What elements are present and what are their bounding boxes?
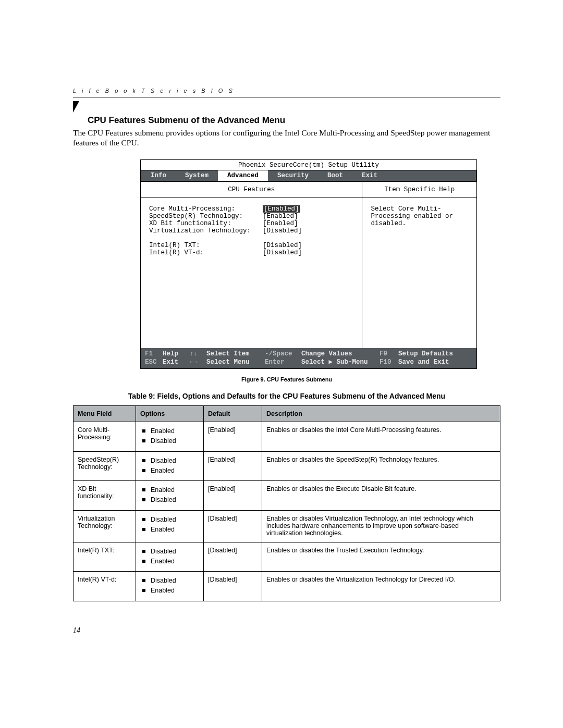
default-cell: [Enabled] xyxy=(204,422,262,452)
bios-panel: Phoenix SecureCore(tm) Setup Utility Inf… xyxy=(140,159,477,369)
corner-ornament xyxy=(73,101,79,113)
bios-option-label: SpeedStep(R) Technology: xyxy=(149,213,263,220)
bios-option-label: XD Bit functionality: xyxy=(149,220,263,227)
bios-option-label: Intel(R) TXT: xyxy=(149,242,263,249)
menu-field-cell: SpeedStep(R) Technology: xyxy=(74,451,136,481)
bios-menu-bar: InfoSystemAdvancedSecurityBootExit xyxy=(141,170,476,181)
bios-key-label: Select ▶ Sub-Menu xyxy=(301,358,380,366)
bios-footer: F1 Help ↑↓ Select Item -/Space Change Va… xyxy=(141,348,476,369)
bios-nav-label: Select Item xyxy=(206,350,265,358)
table-row: Core Multi-Processing:EnabledDisabled[En… xyxy=(74,422,500,452)
bios-key-f1: F1 xyxy=(145,350,163,358)
figure-caption: Figure 9. CPU Features Submenu xyxy=(73,376,500,382)
table-header-cell: Menu Field xyxy=(74,406,136,422)
description-cell: Enables or disables the Intel Core Multi… xyxy=(262,422,500,452)
bios-key-f10: F10 xyxy=(380,358,398,366)
option-item: Enabled xyxy=(149,557,199,566)
menu-field-cell: Intel(R) VT-d: xyxy=(74,572,136,601)
option-item: Enabled xyxy=(149,466,199,476)
option-item: Disabled xyxy=(149,547,199,557)
option-item: Disabled xyxy=(149,436,199,446)
bios-nav-keys: ↑↓ xyxy=(190,350,206,358)
bios-option-value: [Enabled] xyxy=(263,213,298,220)
options-cell: EnabledDisabled xyxy=(136,481,204,511)
bios-key-label: Setup Defaults xyxy=(398,350,472,358)
options-cell: DisabledEnabled xyxy=(136,542,204,572)
table-row: XD Bit functionality:EnabledDisabled[Ena… xyxy=(74,481,500,511)
description-cell: Enables or disables the SpeedStep(R) Tec… xyxy=(262,451,500,481)
table-header-cell: Default xyxy=(204,406,262,422)
bios-option-value: [Enabled] xyxy=(263,220,298,227)
option-item: Enabled xyxy=(149,586,199,596)
table-title: Table 9: Fields, Options and Defaults fo… xyxy=(73,392,500,400)
bios-option-value: [Disabled] xyxy=(263,249,302,256)
bios-key-label: Exit xyxy=(163,358,190,366)
menu-field-cell: Virtualization Technology: xyxy=(74,510,136,542)
bios-option-value: [Disabled] xyxy=(263,242,302,249)
options-cell: DisabledEnabled xyxy=(136,451,204,481)
bios-option-row[interactable]: Core Multi-Processing:[Enabled] xyxy=(149,205,356,213)
option-item: Enabled xyxy=(149,525,199,535)
option-item: Disabled xyxy=(149,576,199,586)
bios-option-label: Core Multi-Processing: xyxy=(149,205,263,213)
table-header-cell: Description xyxy=(262,406,500,422)
bios-key-label: Save and Exit xyxy=(398,358,472,366)
bios-tab-advanced[interactable]: Advanced xyxy=(218,170,268,181)
default-cell: [Disabled] xyxy=(204,510,262,542)
menu-field-cell: Core Multi-Processing: xyxy=(74,422,136,452)
option-item: Enabled xyxy=(149,485,199,495)
option-item: Enabled xyxy=(149,426,199,436)
bios-option-row[interactable]: Intel(R) VT-d:[Disabled] xyxy=(149,249,356,256)
bios-option-value: [Disabled] xyxy=(263,227,302,235)
bios-nav-label: Select Menu xyxy=(206,358,265,366)
bios-key-enter: Enter xyxy=(265,358,301,366)
bios-tab-boot[interactable]: Boot xyxy=(318,170,352,181)
bios-option-row[interactable]: Virtualization Technology:[Disabled] xyxy=(149,227,356,235)
bios-help-text: Select Core Multi-Processing enabled or … xyxy=(362,198,476,348)
default-cell: [Enabled] xyxy=(204,481,262,511)
bios-key-label: Help xyxy=(163,350,190,358)
default-cell: [Enabled] xyxy=(204,451,262,481)
bios-tab-info[interactable]: Info xyxy=(141,170,176,181)
option-item: Disabled xyxy=(149,495,199,505)
page-number: 14 xyxy=(73,626,500,635)
table-header-cell: Options xyxy=(136,406,204,422)
bios-option-row[interactable]: SpeedStep(R) Technology:[Enabled] xyxy=(149,213,356,220)
default-cell: [Disabled] xyxy=(204,572,262,601)
bios-option-label: Intel(R) VT-d: xyxy=(149,249,263,256)
default-cell: [Disabled] xyxy=(204,542,262,572)
options-cell: DisabledEnabled xyxy=(136,572,204,601)
table-row: SpeedStep(R) Technology:DisabledEnabled[… xyxy=(74,451,500,481)
defaults-table: Menu FieldOptionsDefaultDescription Core… xyxy=(73,405,500,601)
description-cell: Enables or disables the Virtualization T… xyxy=(262,572,500,601)
bios-title: Phoenix SecureCore(tm) Setup Utility xyxy=(141,160,476,170)
section-heading: CPU Features Submenu of the Advanced Men… xyxy=(88,115,500,126)
bios-key-label: Change Values xyxy=(301,350,380,358)
bios-option-label: Virtualization Technology: xyxy=(149,227,263,235)
options-cell: EnabledDisabled xyxy=(136,422,204,452)
bios-tab-security[interactable]: Security xyxy=(268,170,318,181)
description-cell: Enables or disables the Trusted Executio… xyxy=(262,542,500,572)
bios-tab-system[interactable]: System xyxy=(176,170,218,181)
option-item: Disabled xyxy=(149,515,199,525)
option-item: Disabled xyxy=(149,456,199,466)
description-cell: Enables or disables Virtualization Techn… xyxy=(262,510,500,542)
bios-main-header: CPU Features xyxy=(141,182,362,198)
menu-field-cell: Intel(R) TXT: xyxy=(74,542,136,572)
bios-option-row[interactable]: Intel(R) TXT:[Disabled] xyxy=(149,242,356,249)
bios-option-row[interactable]: XD Bit functionality:[Enabled] xyxy=(149,220,356,227)
bios-key-esc: ESC xyxy=(145,358,163,366)
bios-tab-exit[interactable]: Exit xyxy=(352,170,387,181)
bios-help-header: Item Specific Help xyxy=(362,182,476,198)
menu-field-cell: XD Bit functionality: xyxy=(74,481,136,511)
table-row: Intel(R) VT-d:DisabledEnabled[Disabled]E… xyxy=(74,572,500,601)
bios-option-value: [Enabled] xyxy=(263,205,300,213)
bios-options-pane: Core Multi-Processing:[Enabled]SpeedStep… xyxy=(141,198,362,348)
table-row: Intel(R) TXT:DisabledEnabled[Disabled]En… xyxy=(74,542,500,572)
bios-key-space: -/Space xyxy=(265,350,301,358)
table-row: Virtualization Technology:DisabledEnable… xyxy=(74,510,500,542)
options-cell: DisabledEnabled xyxy=(136,510,204,542)
running-header: L i f e B o o k T S e r i e s B I O S xyxy=(73,88,500,97)
bios-nav-keys: ←→ xyxy=(190,358,206,366)
bios-key-f9: F9 xyxy=(380,350,398,358)
